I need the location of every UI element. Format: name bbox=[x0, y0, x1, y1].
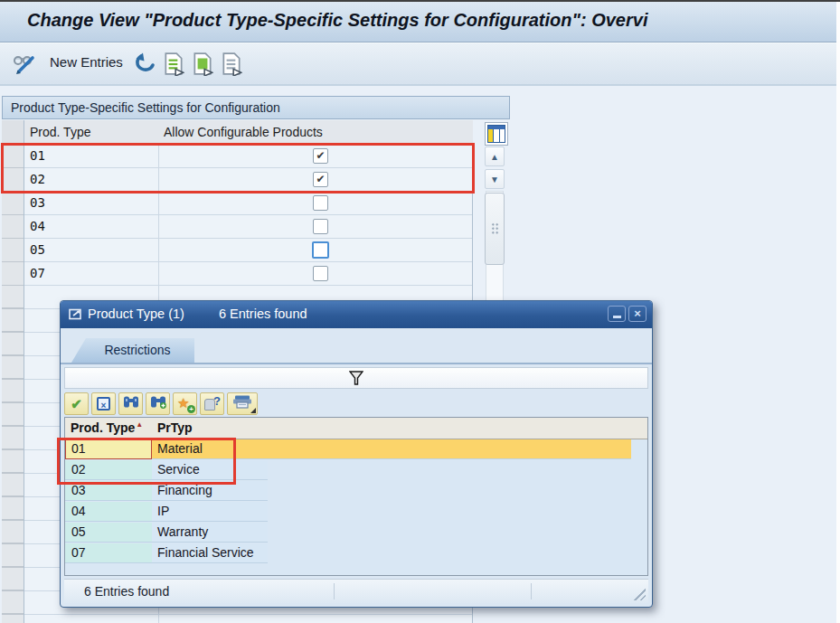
product-type-dialog: Product Type (1) 6 Entries found × Restr… bbox=[60, 300, 653, 608]
star-plus-icon: ★ + bbox=[177, 396, 193, 411]
allow-configurable-checkbox[interactable]: ✔ bbox=[313, 172, 328, 187]
copy-as-icon[interactable] bbox=[163, 52, 184, 80]
dialog-toolbar: ✔ × bbox=[64, 392, 258, 417]
checkbox-check-glyph: ✔ bbox=[314, 149, 327, 163]
status-separator bbox=[334, 583, 335, 599]
column-header-allow-config[interactable]: Allow Configurable Products bbox=[164, 125, 323, 139]
up-arrow-icon: ▲ bbox=[490, 152, 499, 162]
allow-configurable-checkbox[interactable] bbox=[312, 241, 329, 259]
prtyp-cell[interactable]: Service bbox=[152, 460, 268, 480]
prod-type-cell[interactable]: 02 bbox=[30, 172, 45, 186]
binoculars-plus-icon bbox=[150, 395, 166, 412]
table-row: 01 ✔ bbox=[2, 145, 473, 168]
prtyp-cell[interactable]: Warranty bbox=[152, 523, 268, 543]
row-selector[interactable] bbox=[2, 215, 24, 238]
dropdown-corner-icon bbox=[250, 408, 256, 413]
binoculars-icon bbox=[123, 395, 139, 412]
help-button[interactable]: ? bbox=[200, 392, 224, 415]
list-item[interactable]: Financial Service 07 bbox=[65, 543, 647, 564]
allow-configurable-checkbox[interactable] bbox=[313, 195, 328, 211]
tab-restrictions[interactable]: Restrictions bbox=[71, 338, 194, 363]
prtyp-cell[interactable]: Financial Service bbox=[152, 543, 268, 563]
list-item[interactable]: Warranty 05 bbox=[65, 523, 647, 543]
prod-type-code-cell[interactable]: 03 bbox=[65, 481, 152, 501]
value-list: Prod. Type▲ PrTyp Material 01 Service 02… bbox=[64, 417, 648, 576]
down-arrow-icon: ▼ bbox=[490, 175, 499, 184]
row-selector[interactable] bbox=[2, 168, 24, 191]
dialog-title: Product Type (1) bbox=[88, 307, 184, 321]
prod-type-code-cell[interactable]: 07 bbox=[65, 543, 152, 563]
restrictions-filter-bar[interactable] bbox=[64, 367, 648, 389]
close-button[interactable]: × bbox=[628, 306, 647, 322]
row-selector[interactable] bbox=[2, 239, 24, 261]
find-next-button[interactable] bbox=[146, 392, 170, 415]
minimize-button[interactable] bbox=[608, 306, 626, 322]
dialog-titlebar[interactable]: Product Type (1) 6 Entries found × bbox=[61, 301, 652, 328]
allow-configurable-checkbox[interactable] bbox=[313, 219, 328, 234]
prod-type-code-cell[interactable]: 01 bbox=[65, 439, 152, 459]
list-item[interactable]: IP 04 bbox=[65, 502, 647, 523]
undo-icon[interactable] bbox=[133, 52, 156, 79]
dialog-tabstrip: Restrictions bbox=[61, 328, 652, 364]
close-icon: × bbox=[634, 307, 641, 320]
dialog-status-bar: 6 Entries found bbox=[64, 579, 648, 603]
row-selector[interactable] bbox=[2, 192, 24, 214]
prod-type-cell[interactable]: 01 bbox=[30, 148, 45, 163]
select-all-corner[interactable] bbox=[2, 120, 24, 144]
window-titlebar: Change View "Product Type-Specific Setti… bbox=[0, 2, 840, 42]
list-column-prtyp[interactable]: PrTyp bbox=[157, 420, 193, 435]
cancel-button[interactable]: × bbox=[91, 392, 116, 415]
add-to-favorites-button[interactable]: ★ + bbox=[173, 392, 197, 415]
status-separator bbox=[531, 583, 532, 599]
list-item[interactable]: Material 01 bbox=[65, 439, 647, 460]
scroll-down-button[interactable]: ▼ bbox=[485, 169, 505, 189]
prod-type-code-cell[interactable]: 02 bbox=[65, 460, 152, 480]
prtyp-cell[interactable]: Material bbox=[152, 439, 631, 459]
prod-type-code-cell[interactable]: 05 bbox=[65, 523, 152, 543]
checkbox-check-glyph: ✔ bbox=[314, 173, 327, 186]
sort-ascending-icon: ▲ bbox=[136, 420, 143, 429]
scrollbar-thumb[interactable] bbox=[485, 193, 505, 265]
prod-type-cell[interactable]: 07 bbox=[30, 266, 45, 280]
resize-grip[interactable] bbox=[632, 587, 646, 600]
table-row: 03 bbox=[2, 192, 473, 215]
display-change-icon[interactable] bbox=[11, 51, 36, 80]
column-header-prod-type[interactable]: Prod. Type bbox=[30, 125, 90, 139]
row-selector[interactable] bbox=[2, 145, 24, 167]
print-button[interactable] bbox=[227, 392, 258, 415]
dialog-entries-found: 6 Entries found bbox=[219, 307, 307, 321]
table-row: 07 bbox=[2, 262, 473, 286]
list-column-prod-type[interactable]: Prod. Type▲ bbox=[71, 420, 143, 435]
group-header: Product Type-Specific Settings for Confi… bbox=[2, 96, 510, 119]
accept-button[interactable]: ✔ bbox=[64, 392, 89, 415]
table-settings-button[interactable] bbox=[485, 122, 508, 146]
allow-configurable-checkbox[interactable]: ✔ bbox=[313, 148, 328, 164]
application-toolbar: New Entries bbox=[0, 42, 840, 86]
status-entries-found: 6 Entries found bbox=[84, 584, 169, 599]
row-selector[interactable] bbox=[2, 262, 24, 285]
prod-type-cell[interactable]: 03 bbox=[30, 195, 45, 210]
minimize-icon bbox=[613, 316, 621, 318]
find-button[interactable] bbox=[118, 392, 143, 415]
prod-type-cell[interactable]: 05 bbox=[30, 242, 45, 257]
page-title: Change View "Product Type-Specific Setti… bbox=[0, 2, 840, 31]
new-entries-button[interactable]: New Entries bbox=[50, 54, 123, 70]
sap-window: Change View "Product Type-Specific Setti… bbox=[0, 0, 840, 623]
prod-type-cell[interactable]: 04 bbox=[30, 219, 45, 233]
list-item[interactable]: Service 02 bbox=[65, 460, 647, 481]
prtyp-cell[interactable]: IP bbox=[152, 502, 268, 522]
list-header-row: Prod. Type▲ PrTyp bbox=[65, 418, 647, 439]
list-item[interactable]: Financing 03 bbox=[65, 481, 647, 502]
select-all-icon[interactable] bbox=[221, 52, 242, 80]
scroll-up-button[interactable]: ▲ bbox=[485, 146, 505, 166]
prod-type-code-cell[interactable]: 04 bbox=[65, 502, 152, 522]
table-row: 05 bbox=[2, 239, 473, 262]
dialog-window-icon bbox=[69, 307, 84, 325]
delete-entry-icon[interactable] bbox=[192, 52, 213, 80]
printer-icon bbox=[232, 395, 252, 412]
table-header-row: Prod. Type Allow Configurable Products bbox=[2, 120, 473, 145]
prtyp-cell[interactable]: Financing bbox=[152, 481, 268, 501]
table-settings-icon bbox=[487, 125, 505, 143]
help-hand-icon: ? bbox=[204, 396, 220, 411]
allow-configurable-checkbox[interactable] bbox=[313, 266, 328, 281]
